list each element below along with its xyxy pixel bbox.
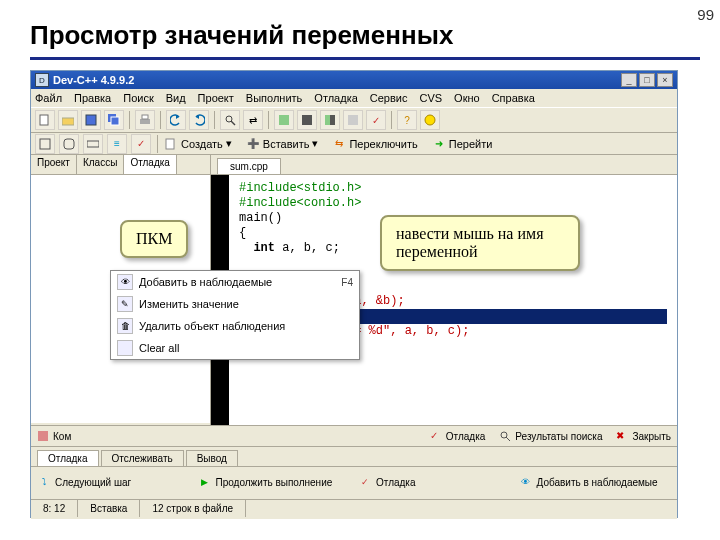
svg-rect-9 [279, 115, 289, 125]
sidebar-tabs: Проект Классы Отладка [31, 155, 210, 175]
insert-button[interactable]: Вставить [263, 138, 310, 150]
menu-window[interactable]: Окно [454, 92, 480, 104]
svg-rect-13 [348, 115, 358, 125]
debug-tabs: Отладка Отслеживать Вывод [31, 447, 677, 467]
save-all-icon[interactable] [104, 110, 124, 130]
ctx-item-shortcut: F4 [341, 277, 353, 288]
print-icon[interactable] [135, 110, 155, 130]
shape-lines-icon[interactable]: ≡ [107, 134, 127, 154]
page-number: 99 [697, 6, 714, 23]
find-icon[interactable] [220, 110, 240, 130]
sidebar-tab-classes[interactable]: Классы [77, 155, 124, 174]
menu-file[interactable]: Файл [35, 92, 62, 104]
rebuild-icon[interactable] [343, 110, 363, 130]
svg-rect-0 [40, 115, 48, 125]
svg-rect-5 [140, 119, 150, 124]
sidebar-tab-project[interactable]: Проект [31, 155, 77, 174]
svg-line-21 [506, 437, 510, 441]
dropdown-icon[interactable]: ▾ [312, 137, 318, 150]
svg-rect-11 [325, 115, 330, 125]
svg-rect-19 [38, 431, 48, 441]
ctx-remove-watch[interactable]: 🗑 Удалить объект наблюдения [111, 315, 359, 337]
add-watch-icon: 👁 [117, 274, 133, 290]
output-tab-compile[interactable]: Ком [53, 431, 71, 442]
new-button[interactable]: Создать [181, 138, 223, 150]
output-tabs: Ком ✓Отладка Результаты поиска ✖Закрыть [31, 425, 677, 447]
open-icon[interactable] [58, 110, 78, 130]
status-mode: Вставка [78, 500, 140, 517]
code-line: #include<conio.h> [239, 196, 667, 211]
editor-tab-file[interactable]: sum.cpp [217, 158, 281, 174]
status-lines: 12 строк в файле [140, 500, 246, 517]
next-step-button[interactable]: Следующий шаг [55, 477, 131, 488]
menu-project[interactable]: Проект [198, 92, 234, 104]
output-tab-debug[interactable]: Отладка [446, 431, 486, 442]
ctx-modify-value[interactable]: ✎ Изменить значение [111, 293, 359, 315]
new-file-icon[interactable] [35, 110, 55, 130]
switch-button[interactable]: Переключить [349, 138, 417, 150]
menu-edit[interactable]: Правка [74, 92, 111, 104]
callout-rmb: ПКМ [120, 220, 188, 258]
ctx-clear-all[interactable]: Clear all [111, 337, 359, 359]
menubar: Файл Правка Поиск Вид Проект Выполнить О… [31, 89, 677, 107]
compile-icon[interactable] [274, 110, 294, 130]
redo-icon[interactable] [189, 110, 209, 130]
compile-run-icon[interactable] [320, 110, 340, 130]
about-icon[interactable] [420, 110, 440, 130]
shape-square-icon[interactable] [35, 134, 55, 154]
ctx-item-label: Clear all [139, 342, 179, 354]
close-button[interactable]: × [657, 73, 673, 87]
statusbar: 8: 12 Вставка 12 строк в файле [31, 499, 677, 517]
help-icon[interactable]: ? [397, 110, 417, 130]
window-title: Dev-C++ 4.9.9.2 [53, 74, 617, 86]
menu-help[interactable]: Справка [492, 92, 535, 104]
output-tab-results[interactable]: Результаты поиска [515, 431, 602, 442]
replace-icon[interactable]: ⇄ [243, 110, 263, 130]
menu-cvs[interactable]: CVS [419, 92, 442, 104]
toolbar-shapes: ≡ ✓ Создать ▾ ➕ Вставить ▾ ⇆ Переключить… [31, 133, 677, 155]
menu-tools[interactable]: Сервис [370, 92, 408, 104]
shape-wide-icon[interactable] [83, 134, 103, 154]
svg-rect-10 [302, 115, 312, 125]
maximize-button[interactable]: □ [639, 73, 655, 87]
minimize-button[interactable]: _ [621, 73, 637, 87]
menu-debug[interactable]: Отладка [314, 92, 357, 104]
menu-search[interactable]: Поиск [123, 92, 153, 104]
app-logo-icon: D [35, 73, 49, 87]
goto-button[interactable]: Перейти [449, 138, 493, 150]
toolbar-main: ⇄ ✓ ? [31, 107, 677, 133]
debug-start-button[interactable]: Отладка [376, 477, 416, 488]
ctx-add-watch[interactable]: 👁 Добавить в наблюдаемые F4 [111, 271, 359, 293]
continue-icon: ▶ [198, 476, 212, 488]
continue-button[interactable]: Продолжить выполнение [216, 477, 333, 488]
menu-view[interactable]: Вид [166, 92, 186, 104]
insert-icon: ➕ [246, 137, 260, 151]
debug-tab-output[interactable]: Вывод [186, 450, 238, 466]
slide-title: Просмотр значений переменных [0, 0, 720, 55]
add-watch-button[interactable]: Добавить в наблюдаемые [537, 477, 658, 488]
shape-check-icon[interactable]: ✓ [131, 134, 151, 154]
ctx-item-label: Удалить объект наблюдения [139, 320, 285, 332]
status-cursor-pos: 8: 12 [31, 500, 78, 517]
svg-rect-15 [40, 139, 50, 149]
sidebar-tab-debug[interactable]: Отладка [124, 155, 177, 174]
save-icon[interactable] [81, 110, 101, 130]
trash-icon: 🗑 [117, 318, 133, 334]
modify-icon: ✎ [117, 296, 133, 312]
debug-tab-watch[interactable]: Отслеживать [101, 450, 184, 466]
ctx-item-label: Добавить в наблюдаемые [139, 276, 272, 288]
dropdown-icon[interactable]: ▾ [226, 137, 232, 150]
output-tab-close[interactable]: Закрыть [632, 431, 671, 442]
svg-rect-4 [111, 117, 119, 125]
svg-rect-12 [330, 115, 335, 125]
undo-icon[interactable] [166, 110, 186, 130]
switch-icon: ⇆ [332, 137, 346, 151]
debug-icon[interactable]: ✓ [366, 110, 386, 130]
menu-run[interactable]: Выполнить [246, 92, 302, 104]
debug-tab-debug[interactable]: Отладка [37, 450, 99, 466]
run-icon[interactable] [297, 110, 317, 130]
svg-point-14 [425, 115, 435, 125]
ctx-item-label: Изменить значение [139, 298, 239, 310]
title-rule [30, 57, 700, 60]
shape-rounded-icon[interactable] [59, 134, 79, 154]
